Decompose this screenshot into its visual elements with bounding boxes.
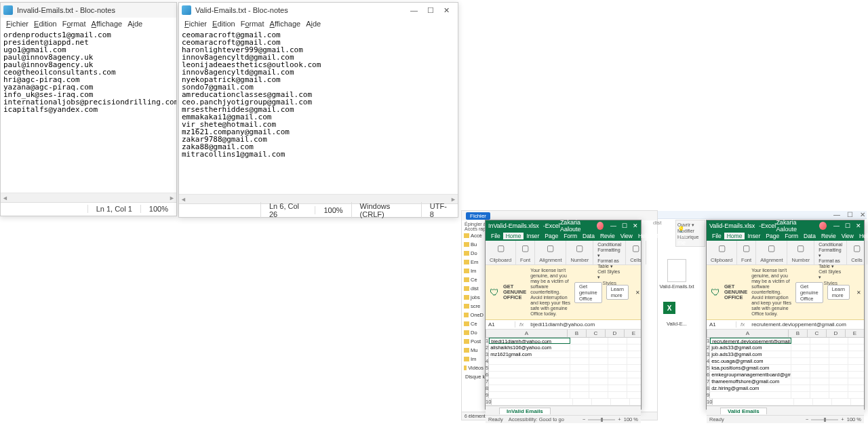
minimize-button[interactable]: — (610, 222, 616, 229)
table-row[interactable]: 1bjedi11diamh@yahoo.com (486, 338, 641, 344)
minimize-button[interactable]: — (833, 222, 840, 229)
table-row[interactable]: 3job.ads33@gmail.com (707, 351, 864, 358)
ribbon-group-font[interactable]: ▢Font (516, 241, 535, 264)
tab-file[interactable]: File (709, 233, 724, 239)
ribbon-group-alignment[interactable]: ▢Alignment (535, 241, 566, 264)
ribbon-group-styles[interactable]: Conditional Formatting ▾Format as Table … (814, 241, 847, 264)
minimize-button[interactable]: — (410, 6, 418, 15)
get-genuine-button[interactable]: Get genuine Office (795, 282, 823, 303)
menu-affichage[interactable]: Affichage (269, 20, 302, 28)
sidebar-item[interactable]: Vidéos (462, 363, 486, 372)
ribbon-group-number[interactable]: ▢Number (566, 241, 593, 264)
sidebar-item[interactable]: jobs (462, 293, 486, 302)
table-row[interactable]: 1recrutement.devloppement@gmail.com (707, 338, 864, 344)
sidebar-item[interactable]: Bu (462, 240, 486, 249)
file-valid-emails-xlsx[interactable]: X Valid-E... (648, 296, 706, 327)
tab-file[interactable]: File (488, 233, 503, 239)
table-row[interactable]: 4 (486, 358, 641, 365)
titlebar[interactable]: Invalid-Emails.txt - Bloc-notes (1, 3, 176, 18)
ribbon-group-cells[interactable]: ▢Cells (847, 241, 867, 264)
grid[interactable]: ABCDEFG 1recrutement.devloppement@gmail.… (707, 330, 864, 406)
minimize-button[interactable]: — (833, 211, 840, 218)
tab-home[interactable]: Home (503, 233, 524, 239)
table-row[interactable]: 8dz.hiring@gmail.com (707, 385, 864, 392)
tab-form[interactable]: Form (561, 233, 580, 239)
tell-me[interactable]: 💡 Tell me (675, 226, 689, 246)
fichier-button[interactable]: Fichier (466, 212, 490, 220)
table-row[interactable]: 6emkegroupmanagementboard@gmail.co (707, 372, 864, 378)
name-box[interactable]: A1 (707, 321, 736, 328)
table-row[interactable]: 4esc.ouaga@gmail.com (707, 358, 864, 365)
name-box[interactable]: A1 (486, 321, 515, 328)
sidebar-item[interactable]: Em (462, 258, 486, 267)
ribbon-group-clipboard[interactable]: ▢Clipboard (486, 241, 516, 264)
col-header[interactable]: E (846, 330, 864, 337)
ribbon-group-styles[interactable]: Conditional Formatting ▾Format as Table … (593, 241, 626, 264)
col-header[interactable]: A (707, 330, 789, 337)
table-row[interactable]: 7thameemoffshore@gmail.com (707, 378, 864, 385)
tab-view[interactable]: View (839, 233, 856, 239)
tab-data[interactable]: Data (580, 233, 597, 239)
tab-inser[interactable]: Inser (524, 233, 542, 239)
learn-more-button[interactable]: Learn more (606, 285, 629, 300)
menu-fichier[interactable]: Fichier (5, 20, 30, 28)
tab-home[interactable]: Home (724, 233, 745, 239)
learn-more-button[interactable]: Learn more (827, 285, 850, 300)
menu-aide[interactable]: Aide (304, 20, 322, 28)
grid[interactable]: ABCDEFG 1bjedi11diamh@yahoo.com2alishaik… (486, 330, 641, 406)
menu-aide[interactable]: Aide (126, 20, 144, 28)
titlebar[interactable]: Valid-Emails.xlsx - Excel Zakaria Aalout… (707, 220, 864, 231)
menu-edition[interactable]: Edition (33, 20, 58, 28)
tab-data[interactable]: Data (801, 233, 818, 239)
formula-value[interactable]: recrutement.devloppement@gmail.com (749, 321, 864, 328)
sidebar-item[interactable]: Accè (462, 231, 486, 240)
sidebar-item[interactable]: dist (462, 284, 486, 293)
sidebar-item[interactable]: Ce (462, 275, 486, 284)
text-area[interactable]: ordenproducts1@gmail.com president@iappd… (1, 30, 176, 193)
formula-value[interactable]: bjedi11diamh@yahoo.com (528, 321, 641, 328)
ribbon-group-alignment[interactable]: ▢Alignment (756, 241, 787, 264)
sidebar-item[interactable]: scre (462, 302, 486, 311)
col-header[interactable]: A (486, 330, 568, 337)
table-row[interactable]: 7 (486, 378, 641, 385)
sidebar-item[interactable]: Post (462, 337, 486, 346)
menu-format[interactable]: Format (61, 20, 87, 28)
tab-view[interactable]: View (618, 233, 635, 239)
table-row[interactable]: 5 (486, 365, 641, 372)
tab-revie[interactable]: Revie (818, 233, 839, 239)
ribbon-group-clipboard[interactable]: ▢Clipboard (707, 241, 737, 264)
close-warning-button[interactable]: ✕ (633, 290, 643, 296)
sidebar-item[interactable]: Im (462, 355, 486, 363)
table-row[interactable]: 9 (707, 392, 864, 399)
maximize-button[interactable]: ☐ (622, 222, 627, 229)
table-row[interactable]: 9 (486, 392, 641, 399)
table-row[interactable]: 2job.ads33@gmail.com (707, 344, 864, 351)
titlebar[interactable]: Valid-Emails.txt - Bloc-notes — ☐ ✕ (179, 3, 458, 18)
scrollbar-horizontal[interactable]: ◄► (1, 193, 176, 202)
table-row[interactable]: 6 (486, 372, 641, 378)
tab-form[interactable]: Form (782, 233, 801, 239)
close-warning-button[interactable]: ✕ (854, 290, 864, 296)
sheet-tab[interactable]: InValid Emails (499, 408, 551, 414)
menu-format[interactable]: Format (239, 20, 266, 28)
table-row[interactable]: 8 (486, 385, 641, 392)
menu-affichage[interactable]: Affichage (90, 20, 124, 28)
zoom-slider[interactable] (588, 419, 615, 420)
close-button[interactable]: ✕ (633, 222, 638, 229)
sidebar-item[interactable]: Im (462, 267, 486, 275)
table-row[interactable]: 10 (486, 399, 641, 406)
ribbon-group-number[interactable]: ▢Number (787, 241, 814, 264)
sidebar-item[interactable]: OneD (462, 311, 486, 319)
close-button[interactable]: ✕ (860, 211, 865, 218)
maximize-button[interactable]: ☐ (845, 222, 850, 229)
table-row[interactable]: 2alishaikhs106@yahoo.com (486, 344, 641, 351)
tab-revie[interactable]: Revie (597, 233, 618, 239)
col-header[interactable]: D (827, 330, 846, 337)
sidebar-item[interactable]: Disque local (C:) (462, 372, 486, 381)
sheet-tab[interactable]: Valid Emails (720, 408, 767, 414)
table-row[interactable]: 5ksa.positions@gmail.com (707, 365, 864, 372)
menu-fichier[interactable]: Fichier (183, 20, 208, 28)
menu-edition[interactable]: Edition (211, 20, 237, 28)
avatar[interactable] (819, 222, 827, 230)
col-header[interactable]: C (587, 330, 606, 337)
